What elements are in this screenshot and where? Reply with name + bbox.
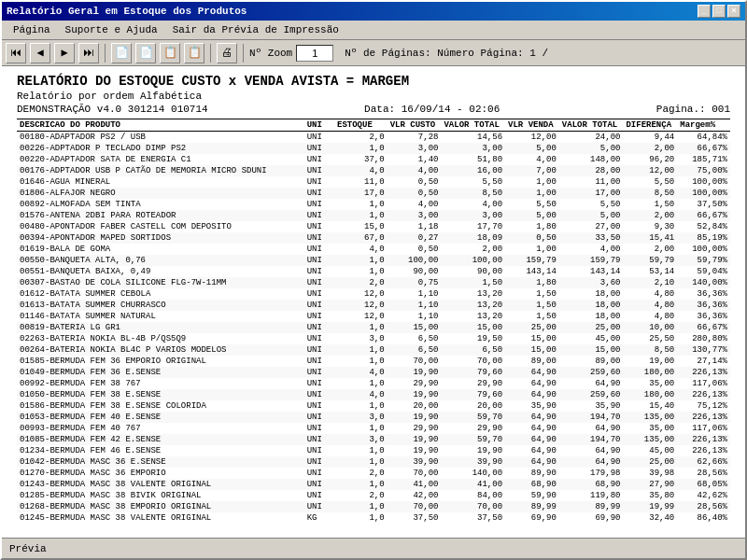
table-cell: 64,90 [559,423,624,434]
table-cell: 4,0 [334,389,388,400]
table-cell: 25,00 [559,322,624,333]
table-cell: UNI [304,412,334,423]
table-cell: 4,80 [623,300,677,311]
col-header-vlr-venda: VLR VENDA [505,119,559,132]
table-cell: 45,00 [559,333,624,344]
table-cell: 37,50 [441,512,505,524]
table-cell: UNI [304,165,334,176]
table-cell: 15,00 [505,333,559,344]
table-cell: 16,00 [441,165,505,176]
table-cell: 01619-BALA DE GOMA [17,244,304,255]
toolbar-btn-1[interactable]: 📄 [111,43,132,63]
table-row: 00819-BATERIA LG GR1UNI1,015,0015,0025,0… [17,322,730,333]
table-cell: 100,00% [677,244,730,255]
menu-bar: Página Suporte e Ajuda Sair da Prévia de… [2,21,745,40]
table-cell: UNI [304,333,334,344]
table-cell: 19,90 [388,434,442,445]
nav-last-button[interactable]: ⏭ [78,43,99,63]
toolbar-btn-4[interactable]: 📋 [184,43,204,63]
table-cell: 1,50 [505,288,559,300]
nav-next-button[interactable]: ▶ [54,43,75,63]
table-cell: 66,67% [677,143,730,154]
table-cell: 19,50 [441,333,505,344]
col-header-uni: UNI [304,119,334,132]
table-cell: 01042-BERMUDA MASC 36 E.SENSE [17,456,304,468]
table-cell: 159,79 [559,255,624,266]
toolbar-btn-2[interactable]: 📄 [135,43,156,63]
table-cell: UNI [304,232,334,244]
table-cell: 00176-ADPTADOR USB P CATÃO DE MEMORIA MI… [17,165,304,176]
table-cell: UNI [304,255,334,266]
table-cell: 00226-ADPTADOR P TECLADO DIMP PS2 [17,143,304,154]
table-cell: 4,00 [441,199,505,210]
table-cell: 00307-BASTAO DE COLA SILICONE FLG-7W-11M… [17,277,304,288]
table-cell: 33,50 [559,232,624,244]
table-cell: 1,80 [505,277,559,288]
table-cell: 3,0 [334,412,388,423]
table-row: 01285-BERMUDA MASC 38 BIVIK ORIGINALUNI2… [17,490,730,501]
table-cell: 37,50% [677,199,730,210]
close-button[interactable]: × [727,5,740,18]
table-cell: 17,0 [334,188,388,199]
table-cell: 70,00 [388,501,442,512]
menu-pagina[interactable]: Página [6,22,58,37]
table-cell: UNI [304,154,334,165]
table-cell: 180,00 [623,389,677,400]
table-row: 00176-ADPTADOR USB P CATÃO DE MEMORIA MI… [17,165,730,176]
table-cell: UNI [304,501,334,512]
table-cell: UNI [304,188,334,199]
table-cell: 226,13% [677,389,730,400]
table-cell: UNI [304,356,334,367]
table-cell: 0,75 [388,277,442,288]
table-cell: 01612-BATATA SUMMER CEBOLA [17,288,304,300]
table-cell: 62,66% [677,456,730,468]
table-cell: 4,0 [334,244,388,255]
table-cell: 19,90 [388,389,442,400]
nav-first-button[interactable]: ⏮ [6,43,26,63]
table-cell: 5,00 [559,143,624,154]
table-cell: 1,0 [334,378,388,389]
table-cell: 89,99 [505,501,559,512]
table-cell: 6,50 [441,344,505,356]
minimize-button[interactable]: _ [698,5,711,18]
table-cell: 1,0 [334,400,388,412]
table-row: 01619-BALA DE GOMAUNI4,00,502,001,004,00… [17,244,730,255]
content-area: RELATÓRIO DO ESTOQUE CUSTO x VENDA AVIST… [2,66,745,538]
table-cell: 130,77% [677,344,730,356]
table-cell: 01585-BERMUDA FEM 36 EMPORIO ORIGINAL [17,356,304,367]
table-cell: 89,99 [559,501,624,512]
table-cell: 2,0 [334,132,388,144]
nav-prev-button[interactable]: ◀ [30,43,50,63]
table-row: 01042-BERMUDA MASC 36 E.SENSEUNI1,039,90… [17,456,730,468]
table-cell: 194,70 [559,412,624,423]
table-cell: 42,62% [677,490,730,501]
table-cell: UNI [304,277,334,288]
table-row: 01146-BATATA SUMMER NATURALUNI12,01,1013… [17,311,730,322]
table-cell: 15,40 [623,400,677,412]
title-bar: Relatório Geral em Estoque dos Produtos … [2,2,745,21]
table-cell: 1,18 [388,221,442,232]
table-cell: 70,00 [388,356,442,367]
zoom-input[interactable] [296,45,333,62]
toolbar-btn-3[interactable]: 📋 [160,43,180,63]
table-row: 01646-AGUA MINERALUNI11,00,505,501,0011,… [17,176,730,188]
table-cell: 0,50 [388,188,442,199]
table-cell: 2,0 [334,490,388,501]
table-cell: 89,90 [505,468,559,479]
table-cell: 1,40 [388,154,442,165]
table-cell: 79,60 [441,389,505,400]
table-cell: 9,44 [623,132,677,144]
maximize-button[interactable]: □ [712,5,726,18]
menu-suporte[interactable]: Suporte e Ajuda [58,22,165,37]
table-cell: 1,00 [505,244,559,255]
table-cell: 70,00 [441,356,505,367]
menu-sair[interactable]: Sair da Prévia de Impressão [165,22,346,37]
table-cell: 01085-BERMUDA FEM 42 E.SENSE [17,434,304,445]
table-cell: 00992-BERMUDA FEM 38 767 [17,378,304,389]
table-cell: 15,41 [623,232,677,244]
print-button[interactable]: 🖨 [217,43,237,63]
table-cell: 79,60 [441,367,505,378]
table-cell: 8,50 [623,344,677,356]
table-cell: 89,00 [505,356,559,367]
table-cell: 100,00% [677,176,730,188]
